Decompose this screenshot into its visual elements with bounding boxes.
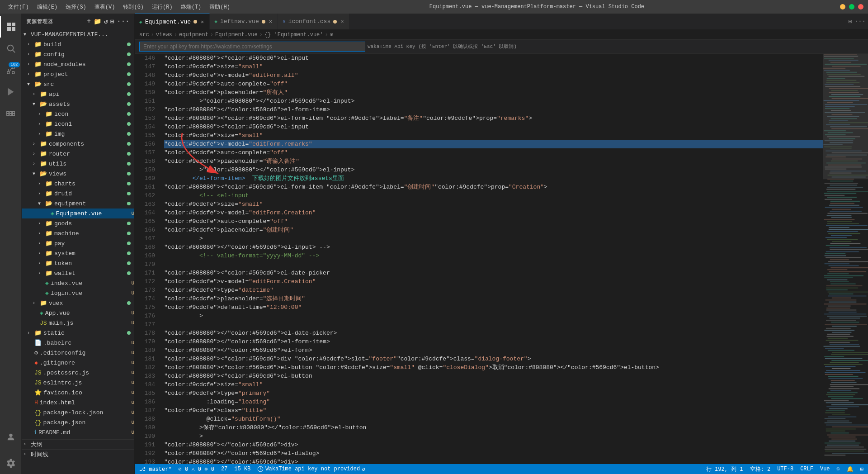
new-file-icon[interactable]: + xyxy=(87,18,91,25)
account-activity-icon[interactable] xyxy=(0,426,22,448)
sidebar-item-babelrc[interactable]: 📄 .babelrc U xyxy=(22,338,134,348)
status-warnings[interactable]: 27 xyxy=(221,466,227,472)
breadcrumb-src[interactable]: src xyxy=(139,32,149,38)
sidebar-item-equipment-vue[interactable]: ◈ Equipment.vue U xyxy=(22,209,134,218)
sidebar-item-readme[interactable]: ℹ README.md U xyxy=(22,427,134,437)
sidebar-item-api[interactable]: › 📁 api xyxy=(22,89,134,99)
sidebar-item-pay[interactable]: › 📁 pay xyxy=(22,238,134,248)
close-button[interactable]: ✕ xyxy=(858,4,863,9)
sidebar-item-outline[interactable]: › 大纲 xyxy=(22,439,134,449)
status-notifications[interactable]: 🔔 xyxy=(847,466,854,473)
sidebar-item-img[interactable]: › 📁 img xyxy=(22,129,134,139)
tab-equipment-vue[interactable]: ◈ Equipment.vue ✕ xyxy=(135,14,210,29)
sidebar-header-icons[interactable]: + 📁 ↺ ⊟ ··· xyxy=(87,18,130,25)
sidebar-item-index-vue[interactable]: ◈ index.vue U xyxy=(22,278,134,288)
sidebar-item-app-vue[interactable]: ◈ App.vue U xyxy=(22,308,134,318)
sidebar-item-login-vue[interactable]: ◈ login.vue U xyxy=(22,288,134,298)
menu-help[interactable]: 帮助(H) xyxy=(206,2,234,12)
more-icon[interactable]: ··· xyxy=(117,18,130,25)
status-line-ending[interactable]: CRLF xyxy=(800,466,813,472)
breadcrumb-symbol[interactable]: {} 'Equipment.vue' xyxy=(264,32,323,38)
sidebar-item-index-html[interactable]: H index.html U xyxy=(22,398,134,408)
sidebar-item-wallet[interactable]: › 📁 wallet xyxy=(22,268,134,278)
sidebar-item-src[interactable]: ▼ 📂 src xyxy=(22,79,134,89)
sidebar-item-build[interactable]: › 📁 build xyxy=(22,39,134,49)
sidebar-item-project[interactable]: › 📁 project xyxy=(22,69,134,79)
menu-view[interactable]: 查看(V) xyxy=(91,2,119,12)
breadcrumb-symbol2[interactable]: ⊙ xyxy=(330,31,333,38)
new-folder-icon[interactable]: 📁 xyxy=(94,18,102,25)
status-encoding[interactable]: UTF-8 xyxy=(777,466,793,472)
status-feedback[interactable]: ☺ xyxy=(837,466,840,472)
sidebar-item-druid[interactable]: › 📁 druid xyxy=(22,189,134,199)
split-editor-icon[interactable]: ⊟ xyxy=(848,18,852,25)
sidebar-item-router[interactable]: › 📁 router xyxy=(22,149,134,159)
menu-goto[interactable]: 转到(G) xyxy=(119,2,147,12)
menu-file[interactable]: 文件(F) xyxy=(5,2,33,12)
sidebar-item-main-js[interactable]: JS main.js U xyxy=(22,318,134,328)
titlebar-menu[interactable]: 文件(F) 编辑(E) 选择(S) 查看(V) 转到(G) 运行(R) 终端(T… xyxy=(5,2,234,12)
explorer-activity-icon[interactable] xyxy=(0,16,22,38)
sidebar-item-system[interactable]: › 📁 system xyxy=(22,248,134,258)
editor-top-icons[interactable]: ⊟ ··· xyxy=(846,14,868,29)
menu-select[interactable]: 选择(S) xyxy=(62,2,90,12)
sidebar-item-static[interactable]: › 📁 static xyxy=(22,328,134,338)
more-editor-icon[interactable]: ··· xyxy=(854,18,866,25)
status-cursor[interactable]: 行 192, 列 1 xyxy=(706,465,743,473)
sidebar-item-eslintrc[interactable]: JS eslintrc.js U xyxy=(22,378,134,388)
collapse-icon[interactable]: ⊟ xyxy=(110,18,114,25)
run-activity-icon[interactable] xyxy=(0,81,22,103)
breadcrumb-file[interactable]: Equipment.vue xyxy=(215,32,258,38)
menu-run[interactable]: 运行(R) xyxy=(148,2,176,12)
tab-leftnav-vue[interactable]: ◈ leftnav.vue ✕ xyxy=(210,14,278,29)
sidebar-item-node-modules[interactable]: › 📁 node_modules xyxy=(22,59,134,69)
settings-activity-icon[interactable] xyxy=(0,452,22,474)
sidebar-item-charts[interactable]: › 📁 charts xyxy=(22,179,134,189)
maximize-button[interactable]: □ xyxy=(849,4,854,9)
sidebar-item-token[interactable]: › 📁 token xyxy=(22,258,134,268)
minimap[interactable] xyxy=(823,54,868,464)
status-wakatime[interactable]: WakaTime api key not provided ↺ xyxy=(257,466,365,473)
menu-edit[interactable]: 编辑(E) xyxy=(33,2,61,12)
tab-iconfont-css[interactable]: # iconfont.css ✕ xyxy=(278,14,349,29)
tab-close-leftnav[interactable]: ✕ xyxy=(268,18,273,25)
minimize-button[interactable]: _ xyxy=(840,4,845,9)
sidebar-item-icon[interactable]: › 📁 icon xyxy=(22,109,134,119)
sidebar-item-goods[interactable]: › 📁 goods xyxy=(22,218,134,228)
status-language[interactable]: Vue xyxy=(820,466,830,472)
sidebar-item-editorconfig[interactable]: ⚙ .editorconfig U xyxy=(22,348,134,358)
search-activity-icon[interactable] xyxy=(0,38,22,59)
tab-close-iconfont[interactable]: ✕ xyxy=(340,18,344,25)
window-controls[interactable]: _ □ ✕ xyxy=(840,4,863,9)
sidebar-item-equipment[interactable]: ▼ 📂 equipment xyxy=(22,199,134,209)
refresh-icon[interactable]: ↺ xyxy=(104,18,108,25)
status-spaces[interactable]: 空格: 2 xyxy=(750,465,771,473)
source-control-activity-icon[interactable]: 102 xyxy=(0,59,22,81)
sidebar-item-components[interactable]: › 📁 components xyxy=(22,139,134,149)
status-layout[interactable]: ⊞ xyxy=(860,466,863,473)
status-branch[interactable]: ⎇ master* xyxy=(139,466,172,473)
sidebar-item-vuex[interactable]: › 📁 vuex xyxy=(22,298,134,308)
sidebar-item-package-lock[interactable]: {} package-lock.json U xyxy=(22,408,134,417)
breadcrumb-equipment[interactable]: equipment xyxy=(179,32,208,38)
sidebar-item-postcssrc[interactable]: JS .postcssrc.js U xyxy=(22,368,134,378)
sidebar-item-config[interactable]: › 📁 config xyxy=(22,49,134,59)
status-errors[interactable]: ⊘ 0 △ 0 ⊗ 0 xyxy=(179,466,214,473)
sidebar-item-timeline[interactable]: › 时间线 xyxy=(22,449,134,459)
tab-close-equipment[interactable]: ✕ xyxy=(200,18,205,26)
sidebar-item-icon1[interactable]: › 📁 icon1 xyxy=(22,119,134,129)
sidebar-item-package-json[interactable]: {} package.json U xyxy=(22,417,134,427)
sidebar-item-utils[interactable]: › 📁 utils xyxy=(22,159,134,169)
menu-terminal[interactable]: 终端(T) xyxy=(177,2,205,12)
sidebar-item-machine[interactable]: › 📁 machine xyxy=(22,228,134,238)
sidebar-item-root[interactable]: ▼ VUE-MANAGEMENTPLATF... xyxy=(22,29,134,39)
extensions-activity-icon[interactable] xyxy=(0,103,22,124)
sidebar-item-assets[interactable]: ▼ 📂 assets xyxy=(22,99,134,109)
sidebar-item-favicon[interactable]: ⭐ favicon.ico U xyxy=(22,388,134,398)
wakatime-refresh-icon[interactable]: ↺ xyxy=(362,466,365,473)
code-content[interactable]: "color:#808080"><"color:#569cd6">el-inpu… xyxy=(160,54,823,464)
wakatime-input[interactable] xyxy=(139,42,365,52)
sidebar-item-views[interactable]: ▼ 📂 views xyxy=(22,169,134,179)
status-filesize[interactable]: 15 KB xyxy=(234,466,250,472)
sidebar-item-gitignore[interactable]: ◆ .gitignore U xyxy=(22,358,134,368)
